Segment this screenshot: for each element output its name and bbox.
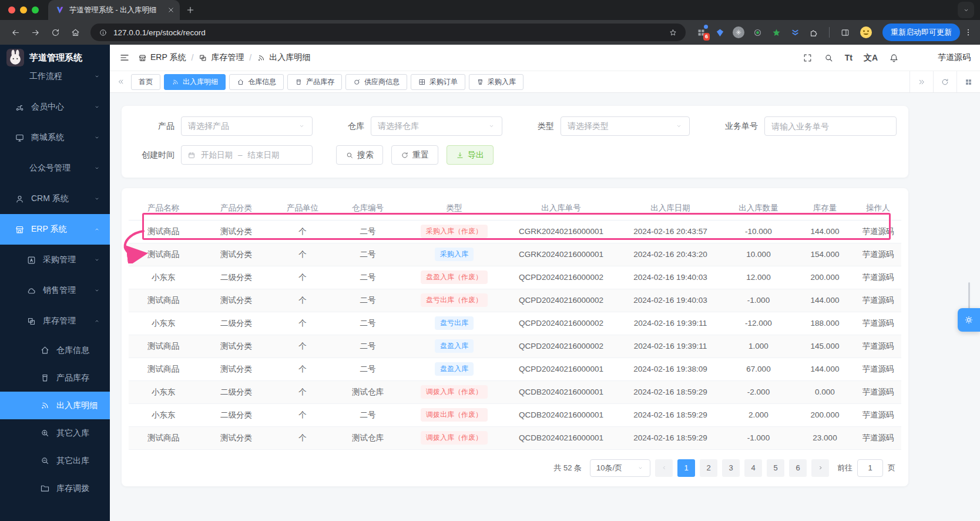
- cell-operator: 芋道源码: [855, 380, 901, 403]
- sidebar-item-mall-system[interactable]: 商城系统: [0, 122, 110, 153]
- biz-no-input[interactable]: [764, 116, 897, 136]
- username[interactable]: 芋道源码: [938, 52, 971, 63]
- sidebar-item-crm-system[interactable]: CRM 系统: [0, 183, 110, 214]
- extension-snowflake-icon[interactable]: [733, 26, 744, 38]
- page-6-button[interactable]: 6: [789, 459, 807, 477]
- sidebar-item-erp-system[interactable]: ERP 系统: [0, 214, 110, 245]
- browser-tab[interactable]: 芋道管理系统 - 出入库明细: [48, 0, 180, 20]
- window-close-button[interactable]: [8, 6, 15, 14]
- sidebar-item-stock-record[interactable]: 出入库明细: [0, 392, 110, 419]
- notification-bell-icon[interactable]: [889, 53, 899, 63]
- side-panel-button[interactable]: [835, 23, 854, 42]
- scroll-tabs-right-button[interactable]: [909, 71, 933, 92]
- product-select[interactable]: 请选择产品: [181, 116, 313, 136]
- tab-stock-record[interactable]: 出入库明细: [164, 74, 226, 90]
- font-size-icon[interactable]: Tt: [845, 54, 853, 62]
- translate-icon[interactable]: 文A: [864, 54, 878, 62]
- window-maximize-button[interactable]: [32, 6, 39, 14]
- tab-close-icon[interactable]: [167, 6, 175, 14]
- tab-label: 采购订单: [429, 77, 458, 87]
- date-separator: –: [238, 151, 243, 159]
- extension-double-chevron-icon[interactable]: [789, 26, 801, 38]
- prev-page-button[interactable]: [655, 459, 673, 477]
- reset-button[interactable]: 重置: [391, 145, 438, 165]
- grid-icon: [418, 78, 426, 86]
- sidebar-item-label: 出入库明细: [56, 400, 98, 411]
- type-select[interactable]: 请选择类型: [561, 116, 690, 136]
- window-minimize-button[interactable]: [20, 6, 27, 14]
- sidebar-item-product-stock[interactable]: 产品库存: [0, 364, 110, 392]
- sidebar-item-mp-admin[interactable]: 公众号管理: [0, 153, 110, 183]
- app-logo[interactable]: 芋道管理系统: [0, 45, 110, 71]
- sidebar-item-stock-admin[interactable]: 库存管理: [0, 306, 110, 336]
- sidebar-item-member-center[interactable]: 会员中心: [0, 92, 110, 122]
- extension-green-star-icon[interactable]: [770, 26, 782, 38]
- page-3-button[interactable]: 3: [722, 459, 740, 477]
- cell-product-unit: 个: [274, 380, 331, 403]
- forward-button[interactable]: [26, 23, 45, 42]
- cell-warehouse-code: 二号: [331, 335, 405, 358]
- tab-purchase-in[interactable]: 采购入库: [469, 74, 523, 90]
- date-range-picker[interactable]: 开始日期 – 结束日期: [181, 145, 313, 165]
- page-size-select[interactable]: 10条/页: [590, 459, 650, 477]
- tab-product-stock[interactable]: 产品库存: [287, 74, 342, 90]
- tab-home[interactable]: 首页: [131, 74, 160, 90]
- sidebar-item-other-in[interactable]: 其它入库: [0, 419, 110, 447]
- sidebar-item-warehouse-info[interactable]: 仓库信息: [0, 336, 110, 364]
- browser-menu-icon[interactable]: [964, 28, 973, 37]
- tab-purchase-order[interactable]: 采购订单: [411, 74, 465, 90]
- tab-search-button[interactable]: [958, 2, 974, 18]
- new-tab-button[interactable]: [186, 5, 195, 15]
- fullscreen-icon[interactable]: [803, 53, 813, 63]
- cell-record-date: 2024-02-16 19:40:03: [619, 266, 722, 289]
- cell-product-unit: 个: [274, 335, 331, 358]
- extension-puzzle-icon[interactable]: [808, 26, 820, 38]
- settings-drawer-button[interactable]: [958, 308, 980, 332]
- profile-avatar[interactable]: [859, 25, 873, 39]
- browser-update-button[interactable]: 重新启动即可更新: [882, 24, 960, 41]
- breadcrumb-item-stock-admin[interactable]: 库存管理: [199, 52, 244, 63]
- breadcrumb-item-erp-system[interactable]: ERP 系统: [138, 52, 186, 63]
- sidebar-item-sales-admin[interactable]: 销售管理: [0, 275, 110, 306]
- page-5-button[interactable]: 5: [767, 459, 784, 477]
- user-avatar[interactable]: [910, 49, 927, 66]
- search-icon[interactable]: [824, 53, 834, 63]
- breadcrumb-item-stock-record[interactable]: 出入库明细: [257, 52, 310, 63]
- cell-warehouse-code: 二号: [331, 266, 405, 289]
- tab-label: 首页: [139, 77, 153, 87]
- warehouse-select[interactable]: 请选择仓库: [371, 116, 502, 136]
- address-bar[interactable]: 127.0.0.1/erp/stock/record: [90, 24, 686, 41]
- home-button[interactable]: [66, 23, 85, 42]
- export-button[interactable]: 导出: [447, 145, 494, 165]
- cell-stock: 154.000: [795, 243, 855, 266]
- refresh-page-button[interactable]: [933, 71, 956, 92]
- page-2-button[interactable]: 2: [700, 459, 717, 477]
- type-badge: 调拨入库（作废）: [421, 431, 488, 444]
- page-1-button[interactable]: 1: [677, 459, 695, 477]
- tab-supplier-info[interactable]: 供应商信息: [345, 74, 407, 90]
- reload-button[interactable]: [46, 23, 65, 42]
- search-button[interactable]: 搜索: [336, 145, 383, 165]
- back-button[interactable]: [6, 23, 25, 42]
- layout-grid-button[interactable]: [956, 71, 980, 92]
- extension-green-dot-icon[interactable]: [751, 26, 763, 38]
- toolbar-divider: [829, 27, 830, 38]
- cell-record-date: 2024-02-16 18:59:29: [619, 426, 722, 449]
- goto-page-input[interactable]: [857, 459, 883, 477]
- tab-warehouse-info[interactable]: 仓库信息: [229, 74, 284, 90]
- page-4-button[interactable]: 4: [744, 459, 762, 477]
- collapse-sidebar-button[interactable]: [119, 52, 130, 63]
- cell-operator: 芋道源码: [855, 312, 901, 335]
- sidebar-item-stock-move[interactable]: 库存调拨: [0, 475, 110, 502]
- chevd-icon: [93, 165, 100, 172]
- extension-tab-manager-icon[interactable]: 6: [695, 26, 707, 38]
- sidebar-item-purchase-admin[interactable]: 采购管理: [0, 245, 110, 275]
- column-header: 出入库单号: [504, 196, 619, 220]
- next-page-button[interactable]: [811, 459, 829, 477]
- scrollbar-thumb[interactable]: [968, 282, 970, 310]
- scroll-tabs-left-button[interactable]: [117, 78, 125, 86]
- extension-gem-icon[interactable]: [714, 26, 726, 38]
- sidebar-item-other-out[interactable]: 其它出库: [0, 447, 110, 475]
- bookmark-star-icon[interactable]: [669, 28, 677, 37]
- site-info-icon[interactable]: [99, 28, 108, 37]
